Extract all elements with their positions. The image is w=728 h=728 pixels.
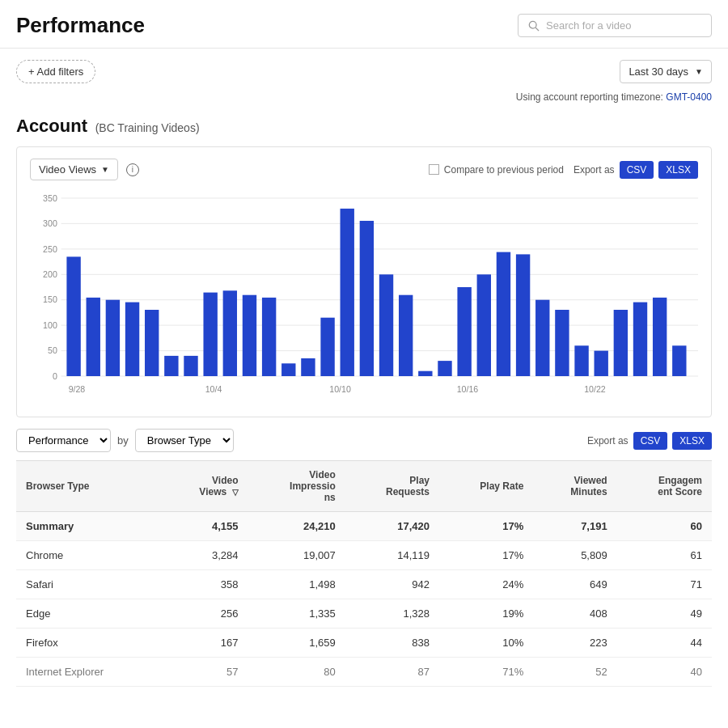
- summary-engagement: 60: [617, 512, 712, 541]
- summary-impressions: 24,210: [248, 512, 345, 541]
- svg-rect-49: [672, 345, 686, 376]
- svg-text:10/22: 10/22: [584, 384, 606, 394]
- chevron-down-icon: ▼: [695, 67, 703, 76]
- svg-rect-30: [301, 358, 315, 376]
- svg-text:350: 350: [43, 193, 57, 203]
- svg-rect-22: [145, 310, 159, 376]
- col-viewed-minutes: ViewedMinutes: [533, 461, 616, 512]
- table-xlsx-export-button[interactable]: XLSX: [672, 432, 712, 450]
- search-icon: [528, 20, 540, 32]
- svg-rect-41: [516, 254, 530, 376]
- row-engagement: 61: [617, 541, 712, 570]
- summary-browser: Summary: [16, 512, 161, 541]
- svg-text:150: 150: [43, 294, 57, 304]
- table-row: Edge 256 1,335 1,328 19% 408 49: [16, 599, 712, 629]
- chart-controls: Video Views ▼ i Compare to previous peri…: [30, 159, 698, 180]
- table-toolbar-right: Export as CSV XLSX: [587, 432, 712, 450]
- csv-export-button[interactable]: CSV: [620, 161, 654, 179]
- chart-card: Video Views ▼ i Compare to previous peri…: [16, 146, 712, 417]
- svg-rect-35: [399, 295, 413, 376]
- row-views: 167: [161, 629, 248, 658]
- svg-rect-45: [595, 351, 608, 376]
- svg-text:10/16: 10/16: [457, 384, 479, 394]
- row-views: 3,284: [161, 541, 248, 570]
- svg-rect-25: [203, 293, 217, 376]
- row-engagement: 44: [617, 629, 712, 658]
- col-views[interactable]: VideoViews ▽: [161, 461, 248, 512]
- table-toolbar-left: Performance by Browser Type: [16, 429, 234, 452]
- table-csv-export-button[interactable]: CSV: [633, 432, 668, 450]
- bar-chart: 350 300 250 200 150 100 50 0: [30, 190, 698, 408]
- row-viewed-minutes: 223: [533, 629, 616, 658]
- summary-play-requests: 17,420: [345, 512, 439, 541]
- compare-checkbox-label[interactable]: Compare to previous period: [429, 164, 564, 176]
- table-row: Safari 358 1,498 942 24% 649 71: [16, 570, 712, 599]
- performance-table: Browser Type VideoViews ▽ VideoImpressio…: [16, 460, 712, 687]
- date-range-dropdown[interactable]: Last 30 days ▼: [620, 60, 712, 83]
- svg-rect-46: [614, 310, 628, 376]
- svg-rect-28: [262, 298, 276, 376]
- table-header-row: Browser Type VideoViews ▽ VideoImpressio…: [16, 461, 712, 512]
- row-browser: Firefox: [16, 629, 161, 658]
- account-subtitle: (BC Training Videos): [95, 121, 200, 134]
- summary-row: Summary 4,155 24,210 17,420 17% 7,191 60: [16, 512, 712, 541]
- row-views: 358: [161, 570, 248, 599]
- row-views: 256: [161, 599, 248, 629]
- svg-rect-18: [66, 256, 80, 376]
- svg-text:100: 100: [43, 320, 57, 330]
- svg-rect-19: [87, 298, 100, 376]
- info-icon[interactable]: i: [126, 163, 139, 176]
- row-viewed-minutes: 649: [533, 570, 616, 599]
- browser-type-dropdown[interactable]: Browser Type: [135, 429, 234, 452]
- row-play-requests: 87: [345, 658, 439, 687]
- row-engagement: 71: [617, 570, 712, 599]
- svg-point-0: [529, 21, 536, 28]
- row-views: 57: [161, 658, 248, 687]
- svg-text:200: 200: [43, 269, 57, 279]
- svg-line-1: [535, 28, 539, 31]
- chevron-down-icon: ▼: [101, 165, 109, 174]
- row-play-requests: 942: [345, 570, 439, 599]
- search-placeholder: Search for a video: [546, 19, 632, 32]
- svg-rect-23: [164, 356, 178, 376]
- row-play-rate: 71%: [439, 658, 533, 687]
- summary-play-rate: 17%: [439, 512, 533, 541]
- col-engagement: Engagement Score: [617, 461, 712, 512]
- table-toolbar: Performance by Browser Type Export as CS…: [16, 429, 712, 452]
- svg-rect-33: [360, 221, 374, 376]
- svg-rect-21: [125, 303, 139, 376]
- svg-rect-40: [497, 252, 510, 376]
- search-box[interactable]: Search for a video: [518, 14, 712, 37]
- svg-rect-32: [341, 209, 354, 376]
- metric-dropdown[interactable]: Video Views ▼: [30, 159, 118, 180]
- svg-rect-36: [418, 371, 432, 376]
- svg-rect-31: [320, 318, 334, 376]
- table-row: Firefox 167 1,659 838 10% 223 44: [16, 629, 712, 658]
- svg-text:0: 0: [53, 371, 57, 381]
- row-browser: Internet Explorer: [16, 658, 161, 687]
- svg-rect-48: [653, 298, 667, 376]
- row-play-requests: 1,328: [345, 599, 439, 629]
- add-filters-button[interactable]: + Add filters: [16, 60, 95, 83]
- svg-rect-27: [243, 295, 256, 376]
- xlsx-export-button[interactable]: XLSX: [658, 161, 698, 179]
- svg-rect-37: [438, 361, 451, 376]
- table-row: Internet Explorer 57 80 87 71% 52 40: [16, 658, 712, 687]
- svg-rect-38: [457, 287, 471, 376]
- account-title: Account: [16, 116, 87, 136]
- row-play-rate: 10%: [439, 629, 533, 658]
- svg-rect-24: [184, 356, 197, 376]
- col-play-requests: PlayRequests: [345, 461, 439, 512]
- toolbar: + Add filters Last 30 days ▼: [0, 49, 728, 91]
- row-impressions: 80: [248, 658, 345, 687]
- svg-rect-39: [477, 274, 491, 376]
- performance-dropdown[interactable]: Performance: [16, 429, 111, 452]
- timezone-link[interactable]: GMT-0400: [666, 91, 712, 103]
- svg-text:10/4: 10/4: [205, 384, 222, 394]
- svg-text:50: 50: [48, 345, 57, 355]
- row-engagement: 49: [617, 599, 712, 629]
- svg-rect-26: [223, 290, 237, 376]
- table-section: Performance by Browser Type Export as CS…: [16, 429, 712, 687]
- row-browser: Chrome: [16, 541, 161, 570]
- compare-checkbox[interactable]: [429, 164, 439, 175]
